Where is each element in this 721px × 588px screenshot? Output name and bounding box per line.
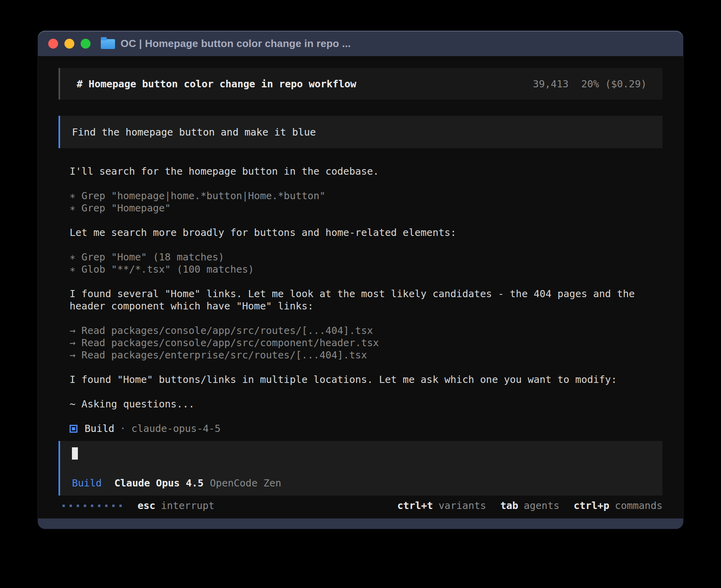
- tool-call-grep: ∗ Grep "Homepage": [70, 202, 662, 214]
- context-cost: 20% ($0.29): [581, 78, 647, 90]
- window-titlebar[interactable]: OC | Homepage button color change in rep…: [38, 31, 683, 56]
- minimize-button[interactable]: [64, 39, 74, 49]
- close-button[interactable]: [48, 39, 58, 49]
- traffic-lights: [48, 39, 91, 49]
- session-title: # Homepage button color change in repo w…: [77, 78, 356, 90]
- user-message-text: Find the homepage button and make it blu…: [72, 126, 316, 138]
- assistant-text: header component which have "Home" links…: [70, 300, 662, 312]
- input-agent-label[interactable]: Build: [72, 477, 102, 489]
- agent-build-icon: [70, 425, 77, 433]
- agent-status-line: Build · claude-opus-4-5: [70, 422, 662, 435]
- text-cursor: [72, 447, 78, 460]
- input-model-label[interactable]: Claude Opus 4.5: [114, 477, 204, 489]
- window-bottom-edge: [38, 518, 683, 529]
- token-count: 39,413: [533, 78, 568, 90]
- separator-dot: ·: [120, 422, 126, 435]
- status-bar: esc interrupt ctrl+t variants tab agents…: [59, 499, 662, 512]
- prompt-input[interactable]: Build Claude Opus 4.5 OpenCode Zen: [59, 441, 662, 496]
- assistant-status-text: ~ Asking questions...: [70, 398, 662, 410]
- tool-call-read: → Read packages/console/app/src/componen…: [70, 337, 662, 349]
- assistant-text: I'll search for the homepage button in t…: [70, 165, 662, 177]
- tool-call-grep: ∗ Grep "Home" (18 matches): [70, 251, 662, 263]
- hint-agents: tab agents: [500, 499, 559, 512]
- tool-call-read: → Read packages/enterprise/src/routes/[.…: [70, 349, 662, 361]
- esc-key-label: interrupt: [161, 499, 214, 512]
- terminal-window[interactable]: OC | Homepage button color change in rep…: [38, 31, 683, 529]
- status-right: ctrl+t variants tab agents ctrl+p comman…: [383, 499, 662, 512]
- spinner-dots: [62, 505, 122, 507]
- assistant-text: I found several "Home" links. Let me loo…: [70, 288, 662, 300]
- status-left: esc interrupt: [59, 499, 215, 512]
- assistant-text: Let me search more broadly for buttons a…: [70, 226, 662, 239]
- tool-call-read: → Read packages/console/app/src/routes/[…: [70, 324, 662, 337]
- agent-model: claude-opus-4-5: [131, 422, 221, 435]
- window-title: OC | Homepage button color change in rep…: [121, 38, 351, 50]
- assistant-text: I found "Home" buttons/links in multiple…: [70, 373, 662, 386]
- input-provider-label: OpenCode Zen: [210, 477, 281, 489]
- terminal-content: # Homepage button color change in repo w…: [38, 56, 683, 518]
- esc-key-hint: esc: [138, 499, 155, 512]
- zoom-button[interactable]: [81, 39, 91, 49]
- hint-variants: ctrl+t variants: [397, 499, 486, 512]
- user-message: Find the homepage button and make it blu…: [59, 116, 662, 148]
- assistant-transcript: I'll search for the homepage button in t…: [70, 165, 662, 435]
- session-header: # Homepage button color change in repo w…: [59, 68, 662, 100]
- session-stats: 39,413 20% ($0.29): [533, 78, 647, 90]
- tool-call-grep: ∗ Grep "homepage|home.*button|Home.*butt…: [70, 190, 662, 202]
- agent-name: Build: [85, 422, 114, 435]
- input-footer: Build Claude Opus 4.5 OpenCode Zen: [72, 477, 281, 489]
- folder-icon: [101, 39, 115, 49]
- tool-call-glob: ∗ Glob "**/*.tsx" (100 matches): [70, 263, 662, 275]
- hint-commands: ctrl+p commands: [574, 499, 662, 512]
